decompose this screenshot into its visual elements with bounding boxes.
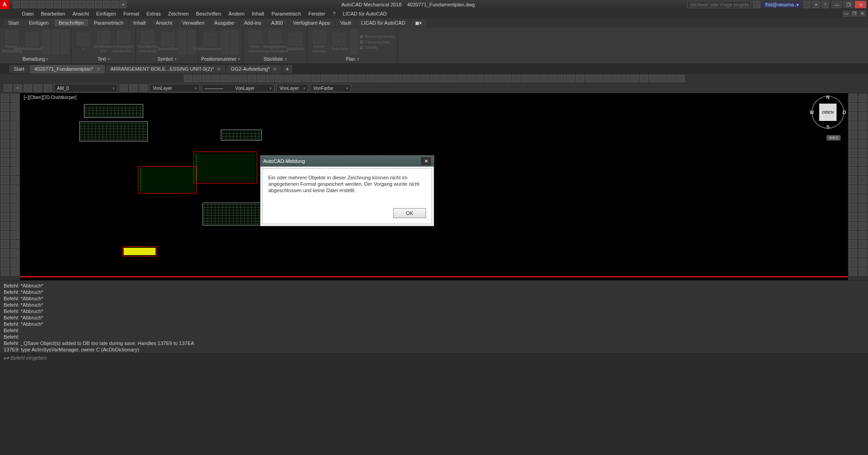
autocad-message-dialog: AutoCAD-Meldung ✕ Ein oder mehrere Objek… bbox=[260, 155, 434, 226]
dialog-title: AutoCAD-Meldung bbox=[263, 158, 305, 164]
modal-overlay: AutoCAD-Meldung ✕ Ein oder mehrere Objek… bbox=[0, 0, 868, 455]
ok-button[interactable]: OK bbox=[393, 208, 426, 218]
dialog-message: Ein oder mehrere Objekte in dieser Zeich… bbox=[268, 174, 426, 202]
dialog-close-button[interactable]: ✕ bbox=[421, 157, 431, 165]
